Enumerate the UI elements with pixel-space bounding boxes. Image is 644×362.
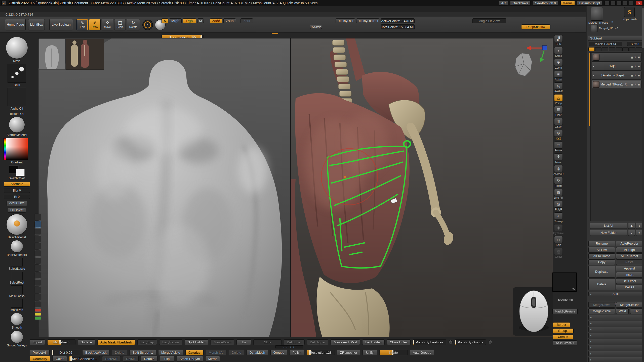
bottom-button[interactable]: Inflate (379, 350, 408, 355)
left-tray-item[interactable]: FillObject (8, 207, 26, 213)
left-tray-icon[interactable] (9, 165, 25, 176)
subtool-row[interactable]: ▸ Merged_TPose1_Ryan_Kingslie ◉ ✎ ▣ (592, 80, 641, 89)
move-mode-button[interactable]: ✛ Move (102, 19, 113, 30)
bottom-button[interactable]: Dist 0.02 (52, 350, 80, 355)
bottom-button[interactable]: LazyStep (137, 339, 157, 345)
palette-section-header[interactable] (588, 351, 643, 356)
spix-slider[interactable]: SPix 3 (627, 42, 643, 46)
version-tab[interactable] (629, 47, 635, 51)
bottom-button[interactable]: Double (141, 356, 157, 361)
version-tab[interactable] (616, 47, 622, 51)
left-tray-item[interactable]: MaskPen (11, 299, 23, 312)
version-tab[interactable] (588, 47, 595, 51)
palette-section-header[interactable] (588, 315, 643, 320)
left-tray-item[interactable]: Alternate (4, 181, 30, 187)
palette-section-header[interactable] (588, 333, 643, 338)
autoreorder-button[interactable]: AutoReorder (616, 241, 643, 246)
edit-pen-icon[interactable]: ✎ (634, 65, 636, 68)
toolstrip-icon[interactable] (35, 250, 41, 257)
right-shelf-icon[interactable]: ◎ (554, 165, 563, 172)
right-shelf-icon[interactable]: ▩ (554, 189, 563, 196)
folder-arrow-icon[interactable]: ▸ (593, 74, 594, 77)
bottom-button[interactable]: • (488, 340, 492, 344)
all-low-button[interactable]: All Low (588, 247, 615, 253)
bottom-button[interactable]: Import (30, 339, 45, 345)
bottom-button[interactable]: Split Screen 1 (130, 350, 156, 355)
right-shelf-icon[interactable]: □ (554, 236, 563, 243)
quicksave-button[interactable]: QuickSave (510, 1, 531, 6)
bottom-button[interactable]: Color (52, 356, 67, 361)
live-boolean-button[interactable]: Live Boolean (49, 19, 73, 30)
left-tray-icon[interactable] (11, 331, 23, 343)
left-tray-item[interactable]: SmoothValleys (7, 331, 27, 347)
bottom-button[interactable]: DelMT (123, 356, 139, 361)
palette-section-header[interactable] (588, 327, 643, 332)
palette-section-header[interactable] (588, 345, 643, 350)
right-shelf-icon[interactable]: ◫ (554, 118, 563, 125)
bottom-button[interactable]: Polish By Groups (455, 339, 486, 345)
right-shelf-icon[interactable]: ✛ (554, 153, 563, 160)
lightbox-button[interactable]: LightBox (28, 19, 45, 30)
left-tray-item[interactable]: Move (6, 37, 28, 63)
uv-button[interactable]: Uv (630, 308, 643, 314)
merge-visible-button[interactable]: MergeVisible (588, 308, 615, 314)
bottom-button[interactable]: Del Hidden (362, 339, 384, 345)
right-shelf-icon[interactable]: ▒ (554, 248, 563, 255)
reference-thumbnails[interactable] (39, 39, 104, 70)
right-shelf-icon[interactable]: ↻ (554, 177, 563, 184)
visibility-eye-icon[interactable]: ◉ (631, 56, 633, 59)
close-button[interactable]: × (636, 1, 642, 5)
right-shelf-button[interactable]: □ Solo (554, 236, 563, 246)
left-tray-item[interactable]: SwitchColor (9, 165, 25, 180)
mesh-cube-icon[interactable]: ▣ (638, 65, 640, 68)
window-icon[interactable] (611, 1, 616, 5)
bottom-button[interactable]: Smart ReSym (177, 356, 203, 361)
right-shelf-button[interactable]: ½ AAHalf (554, 82, 563, 93)
texture-preview[interactable]: Te (552, 273, 577, 292)
toolstrip-icon[interactable] (35, 287, 41, 293)
toolstrip-icon[interactable] (35, 272, 41, 279)
folder-icon-button-1[interactable]: ▸ (628, 230, 635, 236)
rename-button[interactable]: Rename (588, 241, 615, 246)
right-shelf-icon[interactable]: ⊕ (554, 59, 563, 66)
version-tab[interactable] (609, 47, 615, 51)
bottom-button[interactable]: Geometry (30, 356, 50, 361)
simplebrush-thumbnail[interactable]: S (624, 7, 635, 17)
mesh-cube-icon[interactable]: ▣ (638, 74, 640, 77)
right-shelf-button[interactable]: ⊕ Zoom (554, 59, 563, 69)
left-tray-icon[interactable] (6, 138, 28, 160)
left-tray-item[interactable]: BasicMaterial (6, 214, 27, 239)
toolstrip-icon[interactable] (35, 301, 41, 308)
bottom-button[interactable]: MidValue 0 (47, 339, 75, 345)
menus-toggle[interactable]: Menus (560, 1, 575, 6)
window-icon[interactable] (617, 1, 622, 5)
bottom-button[interactable]: MergeVisible (158, 350, 183, 355)
left-tray-icon[interactable] (8, 64, 26, 83)
delete-button[interactable]: Delete (588, 278, 615, 290)
all-to-home-button[interactable]: All To Home (588, 253, 615, 259)
subtool-scrollbar[interactable] (589, 53, 590, 126)
edit-pen-icon[interactable]: ✎ (634, 74, 636, 77)
toolstrip-icon[interactable] (35, 294, 41, 300)
left-viewport-sculpt[interactable] (38, 38, 291, 337)
default-zscript-button[interactable]: DefaultZScript (577, 1, 602, 6)
bottom-button[interactable]: • (449, 340, 453, 344)
bottom-button[interactable]: Unify (363, 350, 377, 355)
tool-thumbnail-2[interactable] (591, 25, 597, 32)
version-tab[interactable] (595, 47, 601, 51)
draw-mode-button[interactable]: ✐ Draw (89, 19, 101, 30)
right-shelf-button[interactable]: ◐ Transp (554, 212, 563, 223)
document-canvas[interactable] (38, 38, 552, 337)
toolstrip-icon[interactable] (35, 257, 41, 264)
right-shelf-button[interactable]: ▞ BPR (554, 35, 563, 46)
left-tray-item[interactable]: SelectLasso (9, 258, 25, 270)
bottom-button[interactable]: Groups (270, 350, 287, 355)
edit-mode-button[interactable]: ✎ Edit (76, 19, 88, 30)
right-shelf-button[interactable]: ▨ PolyF (554, 201, 563, 211)
bottom-button[interactable]: LazyRadius (159, 339, 182, 345)
merge-similar-button[interactable]: MergeSimilar (616, 302, 643, 308)
left-tray-item[interactable]: Rf 0 (4, 194, 30, 199)
all-high-button[interactable]: All High (616, 247, 643, 253)
right-shelf-button[interactable]: ⊙ XYZ (554, 130, 563, 140)
crease-button[interactable]: Crease (553, 334, 573, 339)
